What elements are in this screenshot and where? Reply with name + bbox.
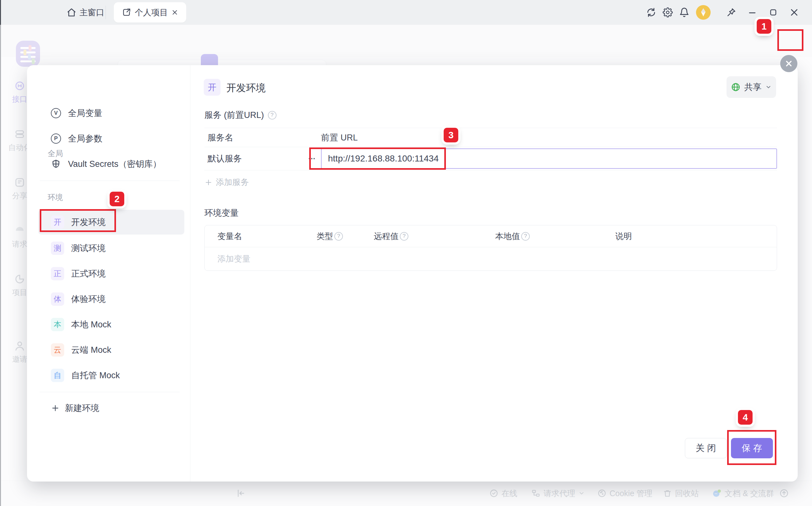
env-item-label: 测试环境 (71, 243, 105, 254)
sidebar-item-global-variables[interactable]: 全局变量 (38, 101, 184, 125)
pin-icon[interactable] (723, 4, 739, 21)
globe-icon (731, 82, 740, 92)
add-variable-row[interactable]: 添加变量 (205, 247, 777, 270)
env-badge: 正 (51, 267, 64, 280)
env-item-cloud-mock[interactable]: 云 云端 Mock (38, 338, 184, 362)
help-icon[interactable] (268, 111, 276, 119)
help-icon[interactable] (521, 232, 530, 241)
env-item-local-mock[interactable]: 本 本地 Mock (38, 312, 184, 337)
v-circle-icon (51, 108, 61, 118)
env-item-testing[interactable]: 测 测试环境 (38, 236, 184, 261)
services-section-label: 服务 (前置URL) (204, 109, 276, 121)
remote-value-header: 远程值 (374, 231, 398, 242)
help-icon[interactable] (334, 232, 343, 241)
services-table: 服务名 前置 URL 默认服务 (204, 128, 777, 170)
new-environment-button[interactable]: 新建环境 (38, 396, 184, 421)
env-item-label: 云端 Mock (71, 344, 111, 356)
sidebar-divider (40, 180, 180, 181)
close-button[interactable]: 关闭 (685, 438, 727, 458)
project-tab-label: 个人项目 (135, 7, 168, 18)
service-name-header: 服务名 (204, 132, 321, 143)
home-window-button[interactable]: 主窗口 (67, 0, 104, 25)
sidebar-item-global-params[interactable]: 全局参数 (38, 126, 184, 151)
env-item-label: 自托管 Mock (71, 370, 120, 381)
share-button-label: 共享 (744, 81, 761, 93)
annotation-box-step3 (309, 148, 446, 170)
add-variable-placeholder: 添加变量 (217, 253, 251, 264)
annotation-badge-step3: 3 (444, 128, 458, 142)
env-item-label: 体验环境 (71, 293, 105, 305)
add-service-button[interactable]: 添加服务 (204, 177, 249, 188)
description-header: 说明 (615, 231, 632, 242)
service-row: 默认服务 (204, 147, 777, 170)
env-item-label: 正式环境 (71, 268, 105, 279)
settings-gear-icon[interactable] (659, 4, 676, 21)
app-window: 主窗口 个人项目 (0, 0, 812, 506)
user-avatar[interactable] (695, 4, 712, 21)
env-badge: 体 (51, 292, 64, 306)
env-badge: 本 (51, 318, 64, 331)
env-item-label: 本地 Mock (71, 319, 111, 330)
new-environment-label: 新建环境 (65, 402, 99, 414)
sync-icon[interactable] (643, 4, 659, 21)
variables-section-label: 环境变量 (204, 207, 239, 219)
env-badge: 自 (51, 369, 64, 382)
environment-management-dialog: 全局 全局变量 全局参数 Vault Secrets（密钥库） 环境 开 开发环… (27, 65, 798, 482)
home-icon (67, 8, 76, 17)
base-url-header: 前置 URL (321, 132, 777, 143)
global-variables-label: 全局变量 (68, 107, 102, 119)
global-params-label: 全局参数 (68, 133, 102, 144)
share-button[interactable]: 共享 (726, 76, 776, 98)
sidebar-item-vault-secrets[interactable]: Vault Secrets（密钥库） (38, 152, 184, 176)
annotation-box-step2 (40, 209, 116, 232)
help-icon[interactable] (400, 232, 409, 241)
minimize-icon[interactable] (744, 4, 760, 21)
annotation-box-step1 (777, 29, 803, 51)
plus-icon (51, 404, 60, 413)
chevron-down-icon (765, 84, 772, 90)
tab-close-icon[interactable] (172, 9, 178, 16)
vault-secrets-label: Vault Secrets（密钥库） (68, 158, 162, 170)
variables-table-header: 变量名 类型 远程值 本地值 说明 (205, 225, 777, 247)
env-badge: 云 (51, 343, 64, 357)
env-item-staging[interactable]: 体 体验环境 (38, 287, 184, 312)
variables-table: 变量名 类型 远程值 本地值 说明 添加变量 (204, 225, 777, 271)
annotation-badge-step2: 2 (110, 192, 124, 206)
services-table-header: 服务名 前置 URL (204, 128, 777, 147)
titlebar-divider (105, 6, 106, 19)
dialog-title: 开发环境 (226, 81, 266, 95)
env-item-selfhosted-mock[interactable]: 自 自托管 Mock (38, 363, 184, 388)
service-name: 默认服务 (207, 153, 242, 164)
annotation-badge-step4: 4 (738, 410, 752, 425)
shield-icon (51, 159, 61, 169)
annotation-badge-step1: 1 (757, 19, 771, 34)
maximize-icon[interactable] (765, 4, 782, 21)
dialog-panel-divider (190, 65, 190, 482)
env-badge: 测 (51, 242, 64, 255)
annotation-box-step4 (727, 430, 777, 465)
tab-personal-project[interactable]: 个人项目 (114, 2, 186, 22)
variable-name-header: 变量名 (217, 231, 242, 242)
external-window-icon (122, 8, 131, 17)
sidebar-divider (40, 392, 180, 392)
p-circle-icon (51, 134, 61, 144)
env-item-production[interactable]: 正 正式环境 (38, 261, 184, 286)
env-title-badge: 开 (204, 79, 220, 96)
env-section-label: 环境 (48, 192, 63, 202)
dialog-close-button[interactable] (780, 55, 797, 72)
window-close-icon[interactable] (786, 4, 803, 21)
type-header: 类型 (317, 231, 333, 242)
plus-icon (204, 178, 212, 187)
local-value-header: 本地值 (495, 231, 520, 242)
add-service-label: 添加服务 (216, 177, 249, 188)
home-window-label: 主窗口 (79, 7, 104, 18)
notifications-bell-icon[interactable] (676, 4, 693, 21)
